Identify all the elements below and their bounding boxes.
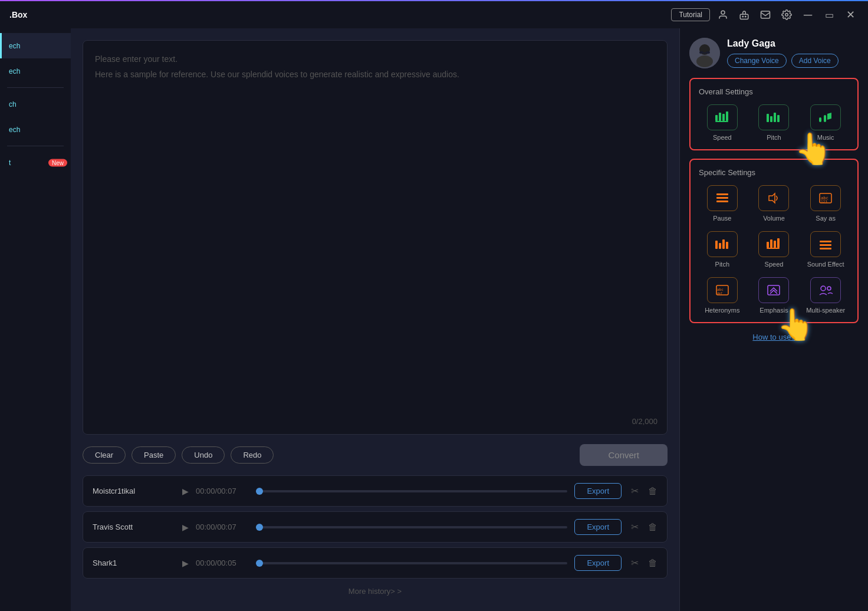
more-history-link[interactable]: More history> >	[83, 583, 668, 599]
speed-label: Speed	[713, 134, 732, 141]
close-icon[interactable]: ✕	[842, 6, 859, 23]
sidebar-item-tts[interactable]: ech	[0, 33, 71, 58]
minimize-icon[interactable]: ─	[800, 6, 816, 23]
sidebar-label-2: ech	[9, 67, 20, 75]
mail-icon[interactable]	[757, 6, 774, 23]
scissors-icon-2[interactable]: ✂	[631, 521, 639, 533]
overall-settings-grid: Speed Pitch	[699, 104, 849, 141]
svg-rect-16	[715, 121, 728, 122]
svg-rect-19	[774, 113, 776, 122]
scissors-icon-3[interactable]: ✂	[631, 557, 639, 569]
progress-bar-3	[256, 562, 567, 564]
volume-label: Volume	[763, 215, 785, 222]
scissors-icon-1[interactable]: ✂	[631, 485, 639, 497]
speed-specific-icon-box	[758, 231, 789, 257]
play-icon-2[interactable]: ▶	[182, 523, 189, 532]
settings-item-volume[interactable]: Volume	[751, 185, 798, 222]
settings-item-multispeaker[interactable]: Multi-speaker	[802, 277, 849, 314]
settings-item-pitch-specific[interactable]: Pitch	[699, 231, 746, 268]
tutorial-button[interactable]: Tutorial	[671, 8, 710, 21]
history-list: Moistcr1tikal ▶ 00:00/00:07 Export ✂ 🗑 T…	[83, 475, 668, 579]
toolbar: Clear Paste Undo Redo Convert	[83, 444, 668, 466]
svg-rect-1	[740, 14, 748, 19]
svg-text:def: def	[717, 291, 722, 295]
play-icon-3[interactable]: ▶	[182, 559, 189, 568]
voice-name: Lady Gaga	[727, 38, 859, 49]
user-icon[interactable]	[715, 6, 731, 23]
svg-point-47	[827, 287, 831, 290]
emphasis-label: Emphasis	[760, 307, 788, 314]
paste-button[interactable]: Paste	[131, 446, 176, 464]
music-label: Music	[817, 134, 834, 141]
svg-rect-34	[767, 242, 769, 248]
svg-rect-41	[820, 248, 831, 249]
svg-rect-4	[761, 11, 770, 18]
svg-point-5	[785, 14, 788, 17]
play-icon-1[interactable]: ▶	[182, 487, 189, 496]
settings-item-speed-specific[interactable]: Speed	[751, 231, 798, 268]
export-button-2[interactable]: Export	[574, 519, 622, 535]
maximize-icon[interactable]: ▭	[821, 6, 837, 23]
clear-button[interactable]: Clear	[83, 446, 126, 464]
redo-button[interactable]: Redo	[231, 446, 274, 464]
svg-rect-38	[767, 248, 780, 249]
settings-icon[interactable]	[778, 6, 795, 23]
settings-item-pause[interactable]: Pause	[699, 185, 746, 222]
convert-button[interactable]: Convert	[580, 444, 668, 466]
svg-rect-32	[722, 239, 725, 249]
new-badge: New	[48, 159, 67, 166]
progress-dot-1	[256, 488, 263, 495]
svg-rect-13	[719, 113, 721, 121]
robot-icon[interactable]	[736, 6, 752, 23]
pitch-overall-label: Pitch	[767, 134, 781, 141]
svg-rect-8	[699, 51, 703, 54]
history-time-3: 00:00/00:05	[196, 559, 249, 567]
multispeaker-label: Multi-speaker	[806, 307, 845, 314]
svg-point-46	[821, 286, 826, 291]
title-bar-controls: Tutorial ─	[671, 6, 859, 23]
settings-item-music[interactable]: Music	[802, 104, 849, 141]
change-voice-button[interactable]: Change Voice	[727, 54, 787, 68]
history-name-1: Moistcr1tikal	[93, 487, 175, 495]
svg-rect-35	[770, 239, 772, 248]
svg-rect-12	[715, 115, 718, 121]
howto-link[interactable]: How to use?	[689, 331, 859, 342]
add-voice-button[interactable]: Add Voice	[791, 54, 839, 68]
text-area-container[interactable]: Please enter your text. Here is a sample…	[83, 40, 668, 435]
right-panel: Lady Gaga Change Voice Add Voice Overall…	[679, 28, 868, 611]
heteronyms-label: Heteronyms	[705, 307, 739, 314]
settings-item-sayas[interactable]: abc 123 Say as	[802, 185, 849, 222]
sidebar-item-2[interactable]: ech	[0, 58, 71, 84]
voice-info: Lady Gaga Change Voice Add Voice	[727, 38, 859, 68]
progress-bar-2	[256, 526, 567, 528]
sidebar-item-4[interactable]: ech	[0, 117, 71, 142]
settings-item-soundeffect[interactable]: Sound Effect	[802, 231, 849, 268]
howto-anchor[interactable]: How to use?	[752, 333, 795, 341]
progress-bar-1	[256, 490, 567, 492]
undo-button[interactable]: Undo	[182, 446, 225, 464]
settings-item-pitch[interactable]: Pitch	[751, 104, 798, 141]
soundeffect-label: Sound Effect	[807, 261, 844, 268]
export-button-1[interactable]: Export	[574, 483, 622, 499]
specific-settings-section: Specific Settings Pause	[689, 159, 859, 323]
svg-rect-30	[715, 241, 718, 249]
settings-item-speed[interactable]: Speed	[699, 104, 746, 141]
app-title: .Box	[9, 10, 27, 19]
sayas-label: Say as	[816, 215, 836, 222]
sidebar-item-5[interactable]: t New	[0, 150, 71, 175]
settings-item-emphasis[interactable]: Emphasis	[751, 277, 798, 314]
svg-text:abc: abc	[717, 287, 724, 291]
export-button-3[interactable]: Export	[574, 555, 622, 571]
svg-rect-40	[820, 244, 831, 246]
volume-icon-box	[758, 185, 789, 211]
pitch-specific-label: Pitch	[715, 261, 729, 268]
specific-settings-title: Specific Settings	[699, 168, 849, 177]
sidebar-item-3[interactable]: ch	[0, 91, 71, 117]
delete-icon-1[interactable]: 🗑	[648, 486, 657, 497]
settings-item-heteronyms[interactable]: abc def Heteronyms	[699, 277, 746, 314]
progress-dot-2	[256, 524, 263, 531]
delete-icon-2[interactable]: 🗑	[648, 522, 657, 533]
table-row: Travis Scott ▶ 00:00/00:07 Export ✂ 🗑	[83, 511, 668, 543]
delete-icon-3[interactable]: 🗑	[648, 558, 657, 569]
placeholder-line1: Please enter your text.	[95, 52, 655, 65]
